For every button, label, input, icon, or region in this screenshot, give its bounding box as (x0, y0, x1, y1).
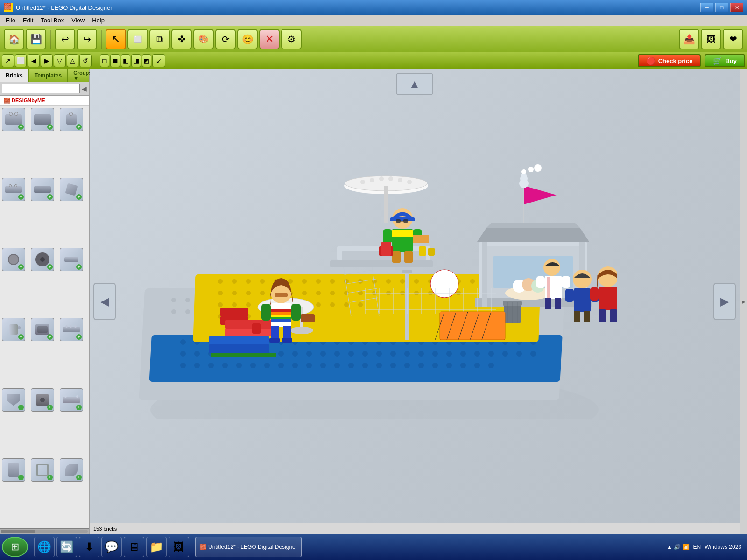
search-input[interactable] (2, 84, 80, 93)
buy-button[interactable]: 🛒 Buy (705, 54, 745, 67)
menu-toolbox[interactable]: Tool Box (37, 15, 68, 26)
svg-rect-157 (271, 312, 291, 315)
clone-tool[interactable]: ⧉ (149, 29, 170, 49)
main-toolbar: 🏠 💾 ↩ ↪ ↖ ⬜ ⧉ ✤ 🎨 ⟳ 😊 ✕ ⚙ 📤 🖼 ❤ (0, 26, 747, 52)
delete-tool[interactable]: ✕ (259, 29, 280, 49)
brick-item[interactable]: + (2, 458, 25, 482)
sub-back-btn[interactable]: △ (67, 54, 79, 67)
svg-point-134 (171, 309, 176, 314)
view-btn-1[interactable]: ◻ (100, 54, 109, 67)
svg-point-64 (306, 363, 312, 368)
taskbar-app-photo[interactable]: 🖼 (169, 537, 189, 557)
brick-item[interactable]: + (2, 248, 25, 271)
flex-tool[interactable]: ⟳ (215, 29, 236, 49)
svg-point-119 (232, 302, 237, 307)
undo-button[interactable]: ↩ (55, 29, 75, 49)
decal-tool[interactable]: 😊 (237, 29, 258, 49)
brick-tool[interactable]: ⬜ (127, 29, 148, 49)
add-brick-icon: + (76, 194, 82, 200)
svg-point-54 (530, 351, 536, 357)
taskbar-lego-app[interactable]: 🧱 Untitled12* - LEGO Digital Designer (195, 537, 302, 557)
menu-file[interactable]: File (2, 15, 19, 26)
svg-rect-188 (392, 251, 401, 263)
brick-item[interactable]: + (31, 178, 54, 201)
svg-rect-262 (574, 311, 580, 322)
brick-item[interactable]: + (60, 458, 83, 482)
paint-tool[interactable]: 🎨 (193, 29, 214, 49)
brick-item[interactable]: + (2, 388, 25, 412)
collapse-panel-btn[interactable]: ◀ (82, 85, 87, 92)
svg-rect-181 (403, 219, 408, 223)
brick-item[interactable]: + (31, 388, 54, 412)
toolbar-separator-2 (101, 30, 102, 49)
brick-item[interactable]: + (2, 108, 25, 131)
check-price-button[interactable]: 🔴 Check price (638, 54, 701, 67)
nav-right-button[interactable]: ▶ (713, 283, 736, 320)
sub-left-btn[interactable]: ◀ (28, 54, 40, 67)
svg-point-132 (171, 298, 176, 302)
nav-left-button[interactable]: ◀ (93, 283, 116, 320)
brick-item[interactable]: + (31, 108, 54, 131)
gallery-button[interactable]: 🖼 (701, 29, 721, 49)
brick-item[interactable]: + (60, 108, 83, 131)
view-btn-6[interactable]: ↙ (152, 54, 165, 67)
svg-point-61 (264, 363, 270, 368)
taskbar-app-folder[interactable]: 📁 (146, 537, 167, 557)
view-btn-2[interactable]: ◼ (110, 54, 120, 67)
brick-item[interactable]: + (31, 318, 54, 341)
taskbar-app-torrent[interactable]: ⬇ (79, 537, 99, 557)
brick-item[interactable]: + (31, 248, 54, 271)
brick-item[interactable]: + (60, 248, 83, 271)
view-btn-5[interactable]: ◩ (142, 54, 151, 67)
view-btn-3[interactable]: ◧ (121, 54, 130, 67)
panel-scrollbar[interactable] (0, 528, 89, 534)
sub-orbit-btn[interactable]: ↺ (79, 54, 92, 67)
transform-tool[interactable]: ✤ (171, 29, 192, 49)
nav-up-button[interactable]: ▲ (396, 73, 433, 95)
taskbar-app-skype[interactable]: 💬 (101, 537, 122, 557)
add-brick-icon: + (47, 475, 53, 480)
add-brick-icon: + (47, 124, 53, 130)
brick-item[interactable]: + (60, 318, 83, 341)
menu-help[interactable]: Help (88, 15, 108, 26)
tab-bricks[interactable]: Bricks (0, 69, 29, 82)
brick-item[interactable]: + (2, 178, 25, 201)
favorites-button[interactable]: ❤ (723, 29, 743, 49)
view-btn-4[interactable]: ◨ (131, 54, 141, 67)
svg-point-101 (232, 291, 237, 295)
brick-item[interactable]: + (60, 388, 83, 412)
svg-point-82 (260, 279, 265, 284)
svg-point-56 (194, 363, 200, 368)
svg-rect-191 (381, 242, 391, 256)
svg-point-85 (302, 279, 307, 284)
right-panel-toggle[interactable]: ▶ (740, 69, 747, 534)
taskbar-app-chrome[interactable]: 🔄 (56, 537, 77, 557)
sub-select-btn[interactable]: ↗ (2, 54, 14, 67)
svg-point-38 (306, 351, 312, 357)
brick-item[interactable]: + (31, 458, 54, 482)
hinge-tool[interactable]: ⚙ (281, 29, 302, 49)
minimize-button[interactable]: ─ (700, 3, 713, 12)
add-brick-icon: + (76, 405, 82, 410)
redo-button[interactable]: ↪ (77, 29, 97, 49)
brick-item[interactable]: + (2, 318, 25, 341)
svg-point-46 (418, 351, 424, 357)
maximize-button[interactable]: □ (715, 3, 728, 12)
menu-edit[interactable]: Edit (19, 15, 37, 26)
select-tool[interactable]: ↖ (106, 29, 126, 49)
sub-front-btn[interactable]: ▽ (54, 54, 66, 67)
brick-item[interactable]: + (60, 178, 83, 201)
close-button[interactable]: ✕ (730, 3, 743, 12)
svg-rect-164 (271, 326, 279, 340)
svg-point-204 (388, 176, 393, 181)
taskbar-app-browser[interactable]: 🌐 (34, 537, 55, 557)
sub-brick-btn[interactable]: ⬜ (15, 54, 27, 67)
new-button[interactable]: 🏠 (4, 29, 24, 49)
menu-view[interactable]: View (68, 15, 88, 26)
save-button[interactable]: 💾 (26, 29, 46, 49)
start-button[interactable]: ⊞ (2, 537, 28, 557)
taskbar-app-system[interactable]: 🖥 (124, 537, 144, 557)
sub-right-btn[interactable]: ▶ (41, 54, 53, 67)
tab-templates[interactable]: Templates (29, 69, 68, 82)
share-button[interactable]: 📤 (679, 29, 699, 49)
